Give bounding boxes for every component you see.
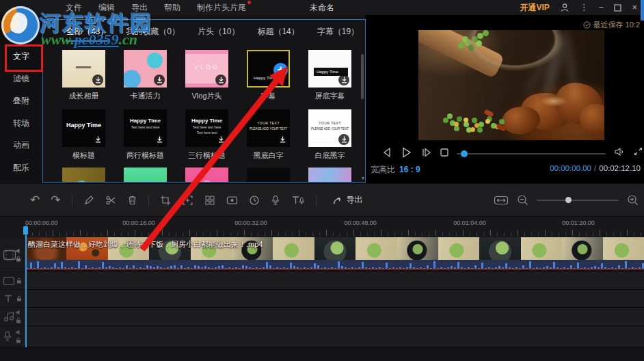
sidebar-item-0[interactable]: 文字 bbox=[0, 51, 42, 62]
thumb-line: YOUR TEXT bbox=[308, 121, 351, 125]
template-thumb-partial-3[interactable] bbox=[247, 168, 290, 183]
tab-1[interactable]: 我的收藏（0） bbox=[126, 26, 180, 42]
sidebar-item-4[interactable]: 动画 bbox=[0, 139, 42, 151]
delete-trash-icon[interactable] bbox=[127, 195, 137, 206]
download-icon[interactable] bbox=[277, 134, 288, 145]
download-icon[interactable] bbox=[92, 75, 103, 85]
download-icon[interactable] bbox=[215, 134, 226, 145]
sidebar-item-2[interactable]: 叠附 bbox=[0, 95, 42, 107]
waveform-bar bbox=[47, 268, 49, 269]
download-icon[interactable] bbox=[338, 75, 349, 85]
user-icon[interactable] bbox=[560, 3, 569, 12]
template-card-0[interactable]: 成长相册 bbox=[62, 50, 105, 101]
playhead-handle[interactable] bbox=[23, 226, 28, 235]
next-frame-button[interactable] bbox=[421, 146, 432, 159]
overlay-track-row[interactable] bbox=[25, 272, 644, 290]
text-to-speech-icon[interactable] bbox=[291, 195, 305, 206]
ruler-label: 00:00:16.00 bbox=[122, 219, 155, 226]
video-clip[interactable]: 醋溜白菜这样做，好吃到爆，还特别下饭，厨房小白都能做出来！.mp4 bbox=[25, 237, 644, 270]
template-card-2[interactable]: VLOGVlog片头 bbox=[185, 50, 228, 101]
video-preview-frame[interactable] bbox=[418, 30, 604, 140]
text-track-header[interactable] bbox=[0, 290, 25, 307]
fit-timeline-icon[interactable] bbox=[494, 195, 509, 206]
screen-record-icon[interactable] bbox=[226, 195, 238, 206]
download-icon[interactable] bbox=[215, 75, 226, 85]
redo-icon[interactable]: ↷ bbox=[51, 193, 60, 207]
volume-icon[interactable] bbox=[614, 146, 625, 157]
audio-track-header[interactable] bbox=[0, 308, 25, 325]
template-card-4[interactable]: Happy Time屏底字幕 bbox=[308, 50, 351, 101]
split-scissors-icon[interactable] bbox=[105, 195, 116, 206]
download-icon[interactable] bbox=[338, 134, 349, 145]
clip-waveform bbox=[25, 260, 644, 269]
minimize-icon[interactable]: − bbox=[599, 0, 604, 15]
template-thumb-partial-2[interactable] bbox=[185, 168, 228, 183]
template-card-3[interactable]: Happy Time+字幕 bbox=[247, 50, 290, 101]
template-thumb-partial-4[interactable] bbox=[308, 168, 351, 183]
waveform-bar bbox=[225, 268, 227, 269]
playhead[interactable] bbox=[25, 226, 27, 347]
template-card-1[interactable]: 卡通活力 bbox=[124, 50, 167, 101]
waveform-bar bbox=[375, 268, 377, 269]
download-icon[interactable] bbox=[154, 75, 165, 85]
audio-track-row[interactable] bbox=[25, 308, 644, 326]
waveform-bar bbox=[133, 265, 135, 269]
voiceover-mic-icon[interactable] bbox=[271, 195, 280, 206]
edit-pen-icon[interactable] bbox=[83, 195, 94, 206]
fullscreen-icon[interactable] bbox=[633, 146, 643, 157]
play-button[interactable] bbox=[401, 146, 412, 159]
timeline-ruler[interactable]: 00:00:00.0000:00:16.0000:00:32.0000:00:4… bbox=[0, 217, 644, 237]
maximize-icon[interactable] bbox=[614, 4, 621, 12]
export-button[interactable]: 导出 bbox=[332, 194, 363, 206]
zoom-out-icon[interactable] bbox=[517, 194, 528, 206]
undo-icon[interactable]: ↶ bbox=[30, 193, 40, 207]
voiceover-track-header[interactable] bbox=[0, 326, 25, 347]
template-card-5[interactable]: Happy Time横标题 bbox=[62, 109, 105, 161]
download-icon[interactable] bbox=[92, 134, 103, 145]
overlay-track-header[interactable] bbox=[0, 272, 25, 289]
preview-progress-slider[interactable] bbox=[457, 153, 606, 155]
previous-frame-button[interactable] bbox=[381, 146, 392, 159]
panel-scrollbar[interactable] bbox=[361, 54, 364, 99]
more-icon[interactable]: ⋮ bbox=[580, 0, 589, 15]
template-card-6[interactable]: Happy TimeText here text here两行横标题 bbox=[124, 109, 167, 161]
waveform-bar bbox=[430, 268, 432, 269]
template-card-7[interactable]: Happy TimeText here text hereText here t… bbox=[185, 109, 228, 161]
template-thumb-partial-1[interactable] bbox=[124, 168, 167, 183]
sidebar-item-5[interactable]: 配乐 bbox=[0, 162, 42, 174]
close-icon[interactable]: × bbox=[632, 0, 637, 15]
text-track-row[interactable] bbox=[25, 290, 644, 308]
track-lock-icon bbox=[16, 278, 22, 284]
timeline-zoom-slider[interactable] bbox=[537, 200, 619, 201]
aspect-ratio-control[interactable]: 宽高比16 : 9 bbox=[371, 164, 420, 176]
waveform-bar bbox=[259, 268, 261, 269]
zoom-crop-icon[interactable] bbox=[182, 195, 193, 206]
download-icon[interactable] bbox=[154, 134, 165, 145]
scroll-down-icon[interactable]: ▾ bbox=[362, 175, 364, 181]
zoom-slider-handle[interactable] bbox=[565, 197, 572, 203]
duration-clock-icon[interactable] bbox=[249, 195, 260, 206]
timeline-tracks: 醋溜白菜这样做，好吃到爆，还特别下饭，厨房小白都能做出来！.mp4 bbox=[0, 237, 644, 361]
zoom-in-icon[interactable] bbox=[627, 194, 639, 206]
template-card-9[interactable]: YOUR TEXTPLEASE ADD YOUR TEXT白底黑字 bbox=[308, 109, 351, 161]
template-thumb: Happy Time bbox=[62, 109, 105, 147]
template-card-8[interactable]: YOUR TEXTPLEASE ADD YOUR TEXT黑底白字 bbox=[247, 109, 290, 161]
sidebar-item-3[interactable]: 转场 bbox=[0, 118, 42, 129]
progress-handle[interactable] bbox=[461, 150, 468, 157]
template-label: 字幕 bbox=[247, 91, 290, 101]
tab-0[interactable]: 全部（43） bbox=[66, 26, 108, 42]
stop-button[interactable] bbox=[439, 146, 449, 159]
voiceover-track-row[interactable] bbox=[25, 326, 644, 347]
vip-button[interactable]: 开通VIP bbox=[520, 2, 549, 14]
sidebar-item-1[interactable]: 滤镜 bbox=[0, 73, 42, 85]
tab-4[interactable]: 字幕（19） bbox=[317, 26, 359, 42]
add-template-button[interactable]: + bbox=[273, 63, 288, 77]
tab-2[interactable]: 片头（10） bbox=[198, 26, 239, 42]
template-thumb-partial-0[interactable] bbox=[62, 168, 105, 183]
waveform-bar bbox=[474, 265, 477, 269]
mosaic-icon[interactable] bbox=[204, 195, 215, 206]
thumb-line: Text here text here bbox=[185, 125, 228, 129]
video-track-header[interactable] bbox=[0, 238, 25, 271]
tab-3[interactable]: 标题（14） bbox=[257, 26, 299, 42]
crop-icon[interactable] bbox=[160, 195, 171, 206]
